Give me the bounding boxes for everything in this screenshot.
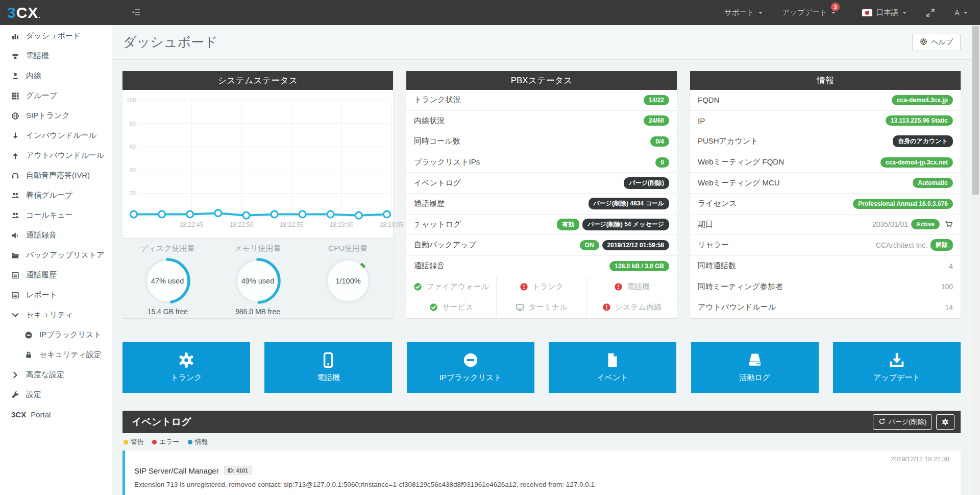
action-badge[interactable]: パージ(削除) 4834 コール <box>589 198 669 209</box>
sidebar-item-label: セキュリティ設定 <box>39 350 102 360</box>
scrollbar-thumb[interactable] <box>972 26 979 195</box>
sidebar-item[interactable]: コールキュー <box>0 205 112 225</box>
alert-icon <box>614 282 623 291</box>
system-status-title: システムステータス <box>122 71 393 90</box>
status-row: FQDNcca-demo4.3cx.jp <box>690 90 961 111</box>
sidebar-nav: ダッシュボード電話機内線グループSIPトランクインバウンドルールアウトバウンドル… <box>0 25 112 495</box>
pbx-status-rows: トランク状況14/22内線状況24/60同時コール数0/4ブラックリストIPs0… <box>406 90 677 276</box>
help-label: ヘルプ <box>931 38 953 47</box>
sidebar-item[interactable]: 着信グループ <box>0 185 112 205</box>
sidebar-item[interactable]: 通話履歴 <box>0 265 112 285</box>
sidebar-item[interactable]: アウトバウンドルール <box>0 146 112 166</box>
page-header: ダッシュボード ヘルプ <box>112 25 971 60</box>
event-log-entry[interactable]: 2019/12/12 18:22:38SIP Server/Call Manag… <box>122 451 961 495</box>
row-label: PUSHアカウント <box>698 136 758 146</box>
gauge-ring: 49% used <box>233 256 282 305</box>
sidebar-item[interactable]: 通話録音 <box>0 225 112 245</box>
sidebar-item[interactable]: SIPトランク <box>0 106 112 126</box>
indicator-cell[interactable]: トランク <box>497 276 587 297</box>
quick-action-button[interactable]: イベント <box>549 342 676 393</box>
sidebar-item[interactable]: 高度な設定 <box>0 365 112 385</box>
check-icon <box>429 303 438 312</box>
chevron-down-icon <box>11 311 19 319</box>
quick-action-button[interactable]: 電話機 <box>264 342 392 393</box>
row-label: リセラー <box>698 240 729 250</box>
cart-icon <box>945 220 953 228</box>
status-row: 同時コール数0/4 <box>406 131 677 152</box>
status-badge: ON <box>580 240 599 250</box>
indicator-cell[interactable]: システム内線 <box>587 297 677 318</box>
status-badge: 14/22 <box>644 95 669 105</box>
action-badge[interactable]: パージ(削除) <box>624 177 669 189</box>
event-log-header: イベントログ パージ(削除) <box>122 411 961 433</box>
quick-action-button[interactable]: アップデート <box>833 342 961 393</box>
indicator-cell[interactable]: サービス <box>406 297 497 318</box>
support-label: サポート <box>724 8 754 17</box>
row-label: 同時ミーティング参加者 <box>698 282 783 292</box>
quick-action-button[interactable]: IPブラックリスト <box>407 342 534 393</box>
sidebar-item-label: Portal <box>31 410 51 419</box>
sidebar-item[interactable]: 設定 <box>0 385 112 405</box>
sidebar-item[interactable]: グループ <box>0 86 112 106</box>
sidebar-item[interactable]: 3CXPortal <box>0 405 112 425</box>
grid-icon <box>11 92 19 100</box>
quick-action-button[interactable]: 活動ログ <box>691 342 819 393</box>
sidebar-item[interactable]: 内線 <box>0 66 112 86</box>
legend-label: 警告 <box>131 437 144 446</box>
status-badge: 有効 <box>557 219 579 230</box>
status-row: アウトバウンドルール14 <box>690 297 961 318</box>
status-row: Webミーティング MCUAutomatic <box>690 173 961 194</box>
sidebar-item[interactable]: レポート <box>0 285 112 305</box>
support-menu[interactable]: サポート <box>724 8 763 17</box>
sidebar-item[interactable]: セキュリティ <box>0 305 112 325</box>
pbx-status-panel: PBXステータス トランク状況14/22内線状況24/60同時コール数0/4ブラ… <box>406 71 677 318</box>
status-badge[interactable]: 解除 <box>930 239 953 251</box>
indicator-label: 電話機 <box>627 282 650 292</box>
pbx-indicators: ファイアウォールトランク電話機サービスターミナルシステム内線 <box>406 276 677 318</box>
mobile-icon <box>320 352 336 368</box>
event-log-section: イベントログ パージ(削除) 警告エラー情報 2019/12/12 18:22:… <box>122 411 961 495</box>
sidebar-toggle-button[interactable] <box>132 8 142 18</box>
alert-icon <box>602 303 611 312</box>
fullscreen-button[interactable] <box>926 8 935 17</box>
language-menu[interactable]: 日本語 <box>862 8 907 17</box>
quick-actions: トランク電話機IPブラックリストイベント活動ログアップデート <box>122 342 961 393</box>
3cx-logo[interactable]: 3CX. <box>7 4 41 21</box>
entry-timestamp: 2019/12/12 18:22:38 <box>134 456 949 463</box>
indicator-cell[interactable]: ターミナル <box>497 297 587 318</box>
sidebar-item-label: 内線 <box>26 71 41 81</box>
status-row: ブラックリストIPs0 <box>406 152 677 173</box>
indicator-cell[interactable]: 電話機 <box>587 276 677 297</box>
help-button[interactable]: ヘルプ <box>912 34 961 51</box>
row-label: 内線状況 <box>414 116 445 126</box>
purge-button[interactable]: パージ(削除) <box>873 414 932 430</box>
chevron-down-icon <box>831 12 836 14</box>
event-log-legend: 警告エラー情報 <box>122 433 961 451</box>
sidebar-item-label: IPブラックリスト <box>39 330 102 340</box>
admin-menu[interactable]: A <box>954 9 968 17</box>
svg-text:100: 100 <box>127 97 136 103</box>
sidebar-item[interactable]: インバウンドルール <box>0 126 112 146</box>
sidebar-item[interactable]: 自動音声応答(IVR) <box>0 166 112 185</box>
svg-text:18:22:45: 18:22:45 <box>180 221 204 228</box>
indicator-cell[interactable]: ファイアウォール <box>406 276 497 297</box>
sidebar-item[interactable]: バックアップリストア <box>0 245 112 265</box>
sidebar-item[interactable]: 電話機 <box>0 46 112 66</box>
row-label: 自動バックアップ <box>414 240 476 250</box>
globe-icon <box>11 112 19 120</box>
event-log-settings-button[interactable] <box>936 414 954 430</box>
cart-button[interactable] <box>945 220 953 228</box>
usage-gauge: CPU使用量1/100% <box>303 244 393 318</box>
updates-menu[interactable]: アップデート3 <box>782 8 843 17</box>
admin-label: A <box>954 9 960 17</box>
status-row: 自動バックアップON2019/12/12 01:59:58 <box>406 235 677 256</box>
sidebar-item[interactable]: IPブラックリスト <box>0 325 112 345</box>
arrow-down-icon <box>11 132 19 140</box>
sidebar-item[interactable]: ダッシュボード <box>0 26 112 46</box>
sidebar-item[interactable]: セキュリティ設定 <box>0 345 112 365</box>
logo-area: 3CX. <box>0 4 112 21</box>
quick-action-button[interactable]: トランク <box>122 342 250 393</box>
purge-label: パージ(削除) <box>889 417 926 427</box>
sidebar-item-label: 通話履歴 <box>26 270 57 280</box>
action-badge[interactable]: パージ(削除) 54 メッセージ <box>582 219 669 230</box>
